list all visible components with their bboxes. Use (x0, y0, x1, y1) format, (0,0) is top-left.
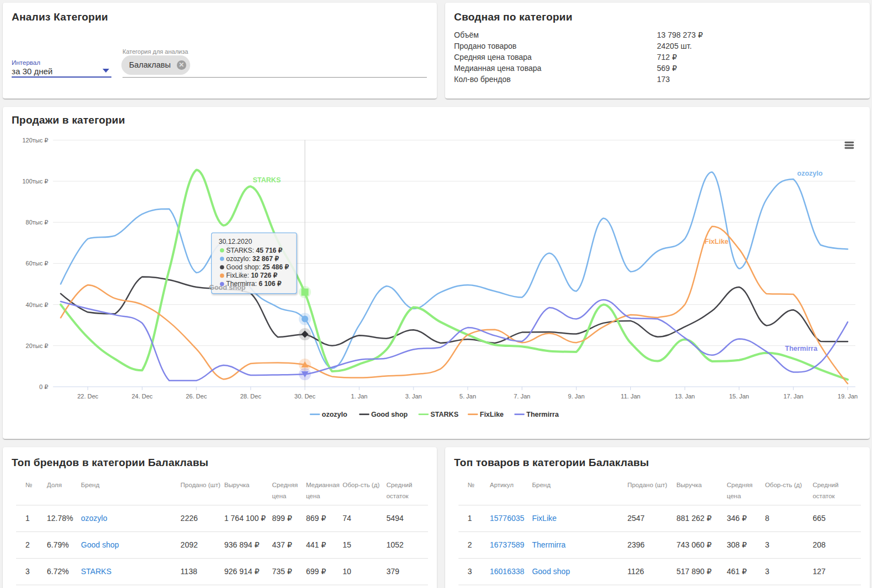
svg-text:FixLike: FixLike (480, 411, 504, 418)
svg-text:28. Dec: 28. Dec (240, 393, 261, 400)
svg-text:3. Jan: 3. Jan (405, 393, 422, 400)
svg-text:0 ₽: 0 ₽ (39, 384, 48, 390)
svg-text:9. Jan: 9. Jan (568, 393, 585, 400)
svg-text:120тыс ₽: 120тыс ₽ (22, 137, 48, 144)
svg-text:80тыс ₽: 80тыс ₽ (26, 219, 48, 226)
svg-text:Good shop: Good shop (371, 411, 408, 418)
svg-text:STARKS: STARKS (431, 411, 458, 418)
svg-text:19. Jan: 19. Jan (838, 393, 858, 400)
svg-text:30.12.2020: 30.12.2020 (219, 238, 252, 246)
svg-text:STARKS: STARKS (253, 176, 281, 184)
svg-text:1. Jan: 1. Jan (351, 393, 368, 400)
svg-text:FixLike: 10 726 ₽: FixLike: 10 726 ₽ (226, 272, 278, 279)
svg-text:Thermirra: Thermirra (785, 345, 818, 352)
svg-text:15. Jan: 15. Jan (729, 393, 749, 400)
svg-text:11. Jan: 11. Jan (621, 393, 640, 400)
svg-text:Good shop: Good shop (209, 284, 246, 292)
svg-text:20тыс ₽: 20тыс ₽ (26, 342, 48, 349)
svg-text:30. Dec: 30. Dec (294, 393, 315, 400)
svg-text:5. Jan: 5. Jan (460, 393, 476, 400)
svg-text:Good shop: 25 486 ₽: Good shop: 25 486 ₽ (226, 263, 289, 271)
svg-text:100тыс ₽: 100тыс ₽ (22, 178, 48, 185)
svg-text:ozozylo: ozozylo (322, 411, 348, 418)
svg-text:FixLike: FixLike (705, 238, 728, 246)
svg-text:7. Jan: 7. Jan (514, 393, 531, 400)
svg-text:22. Dec: 22. Dec (77, 393, 98, 400)
svg-text:ozozylo: 32 867 ₽: ozozylo: 32 867 ₽ (226, 255, 279, 263)
svg-text:17. Jan: 17. Jan (783, 393, 803, 400)
svg-text:40тыс ₽: 40тыс ₽ (26, 301, 48, 308)
svg-text:60тыс ₽: 60тыс ₽ (26, 260, 48, 267)
svg-text:26. Dec: 26. Dec (186, 393, 207, 400)
svg-text:Thermirra: Thermirra (527, 411, 559, 418)
svg-text:13. Jan: 13. Jan (675, 393, 695, 400)
svg-text:STARKS: 45 716 ₽: STARKS: 45 716 ₽ (226, 247, 283, 254)
svg-text:ozozylo: ozozylo (797, 170, 823, 177)
svg-text:24. Dec: 24. Dec (131, 393, 152, 400)
